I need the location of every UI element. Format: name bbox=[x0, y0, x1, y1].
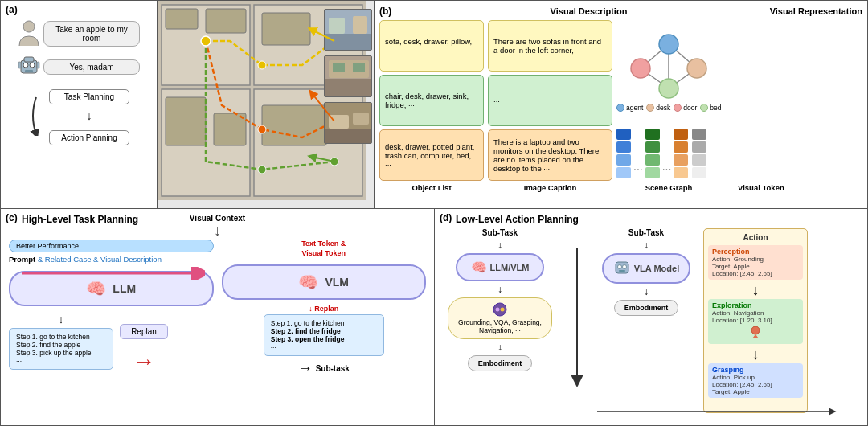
svg-line-41 bbox=[312, 157, 334, 162]
robot-icon bbox=[18, 54, 40, 80]
visual-rep-title: Visual Representation bbox=[770, 6, 862, 16]
svg-point-3 bbox=[23, 63, 28, 68]
vt-col-4 bbox=[692, 129, 706, 178]
svg-rect-2 bbox=[24, 57, 34, 62]
svg-point-47 bbox=[659, 35, 678, 54]
panel-a: (a) Take an apple to my room bbox=[1, 1, 158, 208]
vt-block bbox=[645, 129, 660, 140]
d-col-right: Sub-Task ↓ VLA Model ↓ Embodiment bbox=[594, 228, 698, 413]
c-left-col: Better Performance Prompt & Related Case… bbox=[9, 240, 214, 377]
embodiment-box-2: Embodiment bbox=[614, 300, 679, 316]
svg-point-49 bbox=[687, 59, 706, 78]
robot-arm-icon bbox=[613, 260, 631, 277]
perception-target: Target: Apple bbox=[712, 263, 799, 270]
panel-c: (c) High-Level Task Planning Visual Cont… bbox=[1, 209, 435, 425]
embodiment-bottom-label bbox=[596, 406, 837, 419]
perception-action: Action: Grounding bbox=[712, 256, 799, 263]
svg-point-53 bbox=[496, 308, 500, 312]
exploration-loc: Location: [1.20, 3.10] bbox=[712, 317, 799, 324]
user-row: Take an apple to my room bbox=[6, 20, 152, 47]
legend-agent: agent bbox=[616, 104, 643, 112]
panel-d-label: (d) bbox=[440, 212, 452, 223]
vt-block bbox=[616, 141, 631, 153]
svg-line-39 bbox=[312, 30, 334, 41]
replan-down-text: ↓ Replan bbox=[222, 305, 427, 313]
vt-block bbox=[645, 141, 660, 153]
b-section-labels: Object List Image Caption Scene Graph Vi… bbox=[379, 183, 862, 192]
top-row: (a) Take an apple to my room bbox=[1, 1, 867, 209]
map-pin-icon bbox=[747, 324, 764, 340]
replan-arrow-vlm: ↓ Replan bbox=[222, 305, 427, 313]
panel-b-label: (b) bbox=[379, 6, 391, 17]
main-container: (a) Take an apple to my room bbox=[0, 0, 868, 426]
svg-rect-59 bbox=[619, 270, 625, 272]
scene-graph-area: agent desk door bbox=[616, 20, 833, 112]
long-right-arrow-svg bbox=[565, 244, 589, 405]
down-arrow-left: ↓ bbox=[59, 313, 64, 326]
robot-row: Yes, madam bbox=[6, 54, 152, 80]
vt-block bbox=[616, 167, 631, 178]
arrow-section: Task Planning ↓ Action Planning bbox=[28, 86, 129, 145]
person-icon bbox=[18, 20, 40, 47]
d-col-left: Sub-Task ↓ 🧠 LLM/VLM ↓ bbox=[440, 228, 560, 413]
action-panel-title: Action bbox=[708, 233, 803, 242]
step-box-left: Step 1. go to the kitchen Step 2. find t… bbox=[9, 328, 113, 370]
obj-list-label: Object List bbox=[379, 183, 484, 192]
vt-block bbox=[692, 141, 706, 153]
svg-line-40 bbox=[312, 93, 334, 121]
d-main-layout: Sub-Task ↓ 🧠 LLM/VLM ↓ bbox=[440, 228, 862, 413]
sg-label: Scene Graph bbox=[616, 183, 721, 192]
llm-vlm-box: 🧠 LLM/VLM bbox=[456, 253, 544, 281]
svg-point-52 bbox=[493, 303, 506, 316]
text-token-label: Text Token & Visual Token bbox=[222, 240, 427, 258]
obj-box-1: sofa, desk, drawer, pillow, ··· bbox=[379, 20, 484, 72]
agent-dot bbox=[616, 104, 624, 112]
better-perf-badge: Better Performance bbox=[9, 240, 214, 252]
perception-loc: Location: [2.45, 2.65] bbox=[712, 270, 799, 277]
replan-badge: Replan bbox=[120, 324, 168, 339]
map-pin-area bbox=[712, 324, 799, 342]
vt-block bbox=[674, 141, 688, 153]
svg-point-4 bbox=[30, 63, 35, 68]
caption-col: There are two sofas in front and a door … bbox=[488, 20, 612, 181]
scene-graph-svg bbox=[616, 20, 721, 100]
svg-point-61 bbox=[751, 326, 760, 334]
exploration-section: Exploration Action: Navigation Location:… bbox=[708, 299, 803, 344]
down-arrow-icon: ↓ bbox=[49, 109, 129, 122]
svg-point-48 bbox=[631, 59, 650, 78]
c-main-layout: Better Performance Prompt & Related Case… bbox=[6, 240, 429, 377]
vt-block bbox=[674, 167, 688, 178]
vt-block bbox=[692, 154, 706, 166]
c-step-right: Step 1. go to the kitchen Step 2. find t… bbox=[222, 314, 427, 377]
vla-box: VLA Model bbox=[602, 253, 690, 284]
vt-block bbox=[692, 167, 706, 178]
visual-desc-text: & Visual Description bbox=[93, 255, 162, 264]
better-perf-arrow-svg bbox=[20, 267, 205, 280]
legend-door: door bbox=[674, 104, 697, 112]
vt-col-3 bbox=[674, 129, 688, 178]
step-box-right: Step 1. go to the kitchen Step 2. find t… bbox=[264, 314, 384, 356]
d-down-2: ↓ bbox=[497, 284, 502, 295]
vt-block bbox=[645, 167, 660, 178]
vc-down-arrow-icon: ↓ bbox=[190, 223, 245, 240]
panel-b-visual: (b) Visual Description Visual Representa… bbox=[375, 1, 867, 208]
vt-col-1 bbox=[616, 129, 631, 178]
action-down-1: ↓ bbox=[708, 282, 803, 299]
perception-title: Perception bbox=[712, 248, 799, 256]
cap-box-2: ··· bbox=[488, 75, 612, 126]
subtask-row: → Sub-task bbox=[298, 360, 350, 377]
d-down-1: ↓ bbox=[497, 240, 502, 251]
curved-arrow-icon bbox=[28, 96, 44, 136]
subtask-right-label: Sub-Task bbox=[628, 228, 664, 237]
visual-context-section: Visual Context ↓ bbox=[190, 214, 245, 240]
action-panel: Action Perception Action: Grounding Targ… bbox=[703, 228, 808, 413]
legend-bed: bed bbox=[700, 104, 721, 112]
speech-bubble-robot: Yes, madam bbox=[43, 59, 140, 75]
sg-legend: agent desk door bbox=[616, 104, 833, 112]
purple-circle-icon bbox=[493, 302, 507, 317]
subtask-arrow-right: → bbox=[298, 360, 313, 377]
exploration-title: Exploration bbox=[712, 301, 799, 309]
vc-label: Visual Context bbox=[190, 214, 245, 223]
panel-d-title: Low-Level Action Planning bbox=[456, 214, 862, 225]
subtask-label: Sub-task bbox=[316, 364, 350, 373]
